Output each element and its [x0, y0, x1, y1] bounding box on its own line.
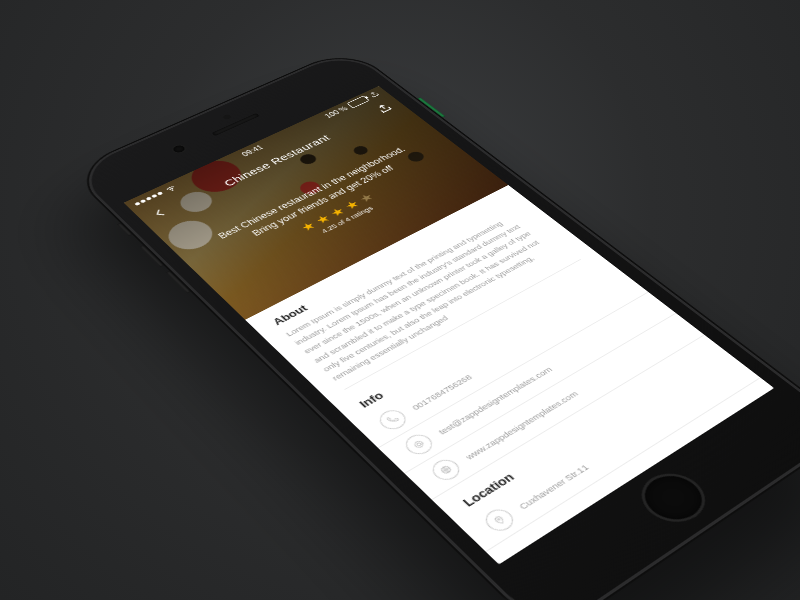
- volume-up: [140, 245, 164, 267]
- front-camera: [171, 144, 186, 153]
- location-row-address[interactable]: Cuxhavener Str.11: [457, 355, 760, 552]
- earpiece: [212, 113, 260, 136]
- info-row-email[interactable]: test@zappdesigntemplates.com: [379, 292, 677, 474]
- sensor: [222, 114, 232, 120]
- phone-mockup: 09:41 100 % Chinese Restaurant: [67, 47, 800, 600]
- info-heading: Info: [356, 269, 603, 410]
- location-address-value: Cuxhavener Str.11: [515, 461, 592, 513]
- svg-point-0: [416, 442, 421, 446]
- mute-switch: [117, 223, 132, 236]
- section-location: Location: [432, 335, 726, 520]
- power-button: [417, 97, 445, 118]
- svg-point-2: [497, 518, 500, 520]
- volume-down: [166, 271, 191, 294]
- info-web-value: www.zappdesigntemplates.com: [461, 388, 581, 463]
- globe-icon: [427, 456, 465, 484]
- at-icon: [401, 431, 438, 458]
- svg-point-1: [440, 465, 453, 474]
- home-button[interactable]: [628, 464, 718, 532]
- location-heading: Location: [460, 352, 712, 509]
- info-phone-value: 0017684756268: [408, 371, 475, 413]
- info-row-phone[interactable]: 0017684756268: [353, 272, 649, 449]
- info-row-web[interactable]: www.zappdesigntemplates.com: [405, 313, 705, 500]
- screen: 09:41 100 % Chinese Restaurant: [124, 86, 774, 564]
- phone-icon: [375, 407, 411, 434]
- info-email-value: test@zappdesigntemplates.com: [434, 364, 555, 438]
- pin-icon: [480, 505, 519, 535]
